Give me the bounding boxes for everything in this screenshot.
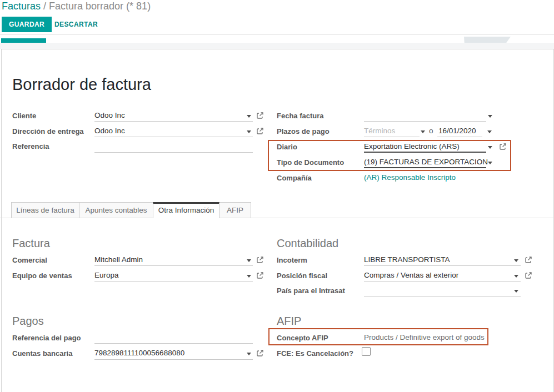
cuentas-bancaria-label: Cuentas bancaria [12, 349, 72, 358]
cuentas-bancaria-underline [94, 359, 253, 360]
equipo-ventas-label: Equipo de ventas [12, 272, 72, 280]
incoterm-underline [364, 265, 521, 266]
posicion-fiscal-external-link-icon[interactable] [525, 272, 532, 279]
incoterm-input[interactable]: LIBRE TRANSPORTISTA [364, 255, 450, 264]
comercial-dropdown-caret-icon[interactable] [247, 259, 251, 262]
page-title: Borrador de factura [12, 76, 151, 94]
sheet-background-strip [0, 43, 554, 49]
referencia-pago-label: Referencia del pago [12, 334, 81, 342]
equipo-ventas-input[interactable]: Europa [94, 271, 119, 279]
cuentas-bancaria-external-link-icon[interactable] [256, 349, 264, 357]
compania-link[interactable]: (AR) Responsable Inscripto [364, 173, 456, 182]
referencia-pago-input[interactable] [94, 333, 253, 343]
section-title-contabilidad: Contabilidad [277, 237, 338, 250]
fecha-factura-underline [364, 121, 486, 122]
posicion-fiscal-input[interactable]: Compras / Ventas al exterior [364, 271, 458, 279]
compania-label: Compañía [277, 174, 312, 182]
incoterm-external-link-icon[interactable] [525, 256, 532, 264]
tipo-documento-input[interactable]: (19) FACTURAS DE EXPORTACION [364, 158, 488, 166]
fce-cancelacion-label: FCE: Es Cancelación? [277, 349, 353, 358]
pais-intrasat-input[interactable] [364, 286, 521, 295]
direccion-entrega-label: Dirección de entrega [12, 127, 84, 135]
referencia-underline [94, 152, 253, 153]
incoterm-dropdown-caret-icon[interactable] [514, 259, 518, 262]
odoo-invoice-form-page: Facturas / Factura borrador (* 81) GUARD… [0, 0, 554, 392]
save-button[interactable]: GUARDAR [2, 17, 52, 32]
section-title-afip: AFIP [277, 315, 301, 328]
cliente-dropdown-caret-icon[interactable] [247, 115, 251, 118]
fecha-vencimiento-dropdown-caret-icon[interactable] [487, 130, 492, 133]
diario-label: Diario [277, 143, 297, 151]
fecha-factura-label: Fecha factura [277, 112, 324, 120]
fecha-vencimiento-underline [437, 137, 482, 137]
cuentas-bancaria-dropdown-caret-icon[interactable] [247, 353, 251, 355]
cuentas-bancaria-input[interactable]: 7982898111100056688080 [94, 349, 184, 357]
direccion-entrega-dropdown-caret-icon[interactable] [247, 130, 251, 133]
concepto-afip-value: Products / Definitive export of goods [364, 333, 485, 341]
plazos-pago-label: Plazos de pago [277, 127, 330, 135]
equipo-ventas-underline [94, 281, 253, 282]
direccion-entrega-external-link-icon[interactable] [256, 127, 264, 135]
tab-otra-informacion[interactable]: Otra Información [153, 202, 219, 218]
breadcrumb-facturas-link[interactable]: Facturas [2, 1, 41, 12]
plazos-pago-or-separator: o [429, 127, 433, 135]
cliente-external-link-icon[interactable] [256, 112, 264, 119]
tabbar-border [0, 218, 554, 218]
fce-cancelacion-checkbox[interactable] [362, 347, 371, 356]
equipo-ventas-external-link-icon[interactable] [256, 272, 264, 279]
section-title-pagos: Pagos [12, 315, 44, 328]
concepto-afip-label: Concepto AFIP [277, 334, 328, 342]
diario-input[interactable]: Exportation Electronic (ARS) [364, 142, 460, 150]
breadcrumb-current: Factura borrador (* 81) [49, 1, 151, 12]
cliente-label: Cliente [12, 112, 36, 120]
tipo-documento-label: Tipo de Documento [277, 158, 344, 167]
comercial-label: Comercial [12, 256, 47, 264]
posicion-fiscal-label: Posición fiscal [277, 272, 327, 280]
direccion-entrega-input[interactable]: Odoo Inc [94, 127, 125, 135]
fecha-factura-dropdown-caret-icon[interactable] [488, 115, 492, 118]
discard-button[interactable]: DESCARTAR [52, 17, 100, 32]
breadcrumb-separator: / [41, 1, 49, 12]
direccion-entrega-underline [94, 137, 253, 137]
tab-lineas-de-factura[interactable]: Líneas de factura [11, 202, 79, 218]
fecha-factura-input[interactable] [364, 111, 486, 120]
comercial-underline [94, 265, 253, 266]
tipo-documento-dropdown-caret-icon[interactable] [488, 162, 492, 164]
tab-apuntes-contables[interactable]: Apuntes contables [79, 202, 153, 218]
comercial-external-link-icon[interactable] [256, 256, 264, 264]
toolbar-divider [0, 34, 554, 35]
plazos-pago-input[interactable]: Términos [364, 127, 395, 135]
diario-underline [364, 152, 486, 153]
posicion-fiscal-dropdown-caret-icon[interactable] [514, 275, 518, 278]
breadcrumb: Facturas / Factura borrador (* 81) [2, 1, 151, 12]
cliente-input[interactable]: Odoo Inc [94, 111, 125, 119]
cliente-underline [94, 121, 253, 122]
section-title-factura: Factura [12, 237, 50, 250]
posicion-fiscal-underline [364, 281, 521, 282]
tab-afip[interactable]: AFIP [219, 202, 251, 218]
plazos-pago-underline [364, 137, 420, 137]
comercial-input[interactable]: Mitchell Admin [94, 255, 143, 264]
diario-external-link-icon[interactable] [499, 143, 507, 150]
progress-bar [1, 38, 46, 43]
diario-dropdown-caret-icon[interactable] [488, 146, 492, 149]
plazos-pago-dropdown-caret-icon[interactable] [421, 130, 425, 133]
equipo-ventas-dropdown-caret-icon[interactable] [247, 275, 251, 278]
pais-intrasat-dropdown-caret-icon[interactable] [514, 290, 518, 293]
referencia-pago-underline [94, 343, 253, 344]
tipo-documento-underline [364, 167, 486, 168]
pais-intrasat-underline [364, 296, 521, 296]
incoterm-label: Incoterm [277, 256, 307, 264]
fecha-vencimiento-input[interactable]: 16/01/2020 [438, 127, 476, 135]
pais-intrasat-label: País para el Intrasat [277, 287, 345, 295]
referencia-label: Referencia [12, 142, 49, 150]
referencia-input[interactable] [94, 142, 253, 151]
